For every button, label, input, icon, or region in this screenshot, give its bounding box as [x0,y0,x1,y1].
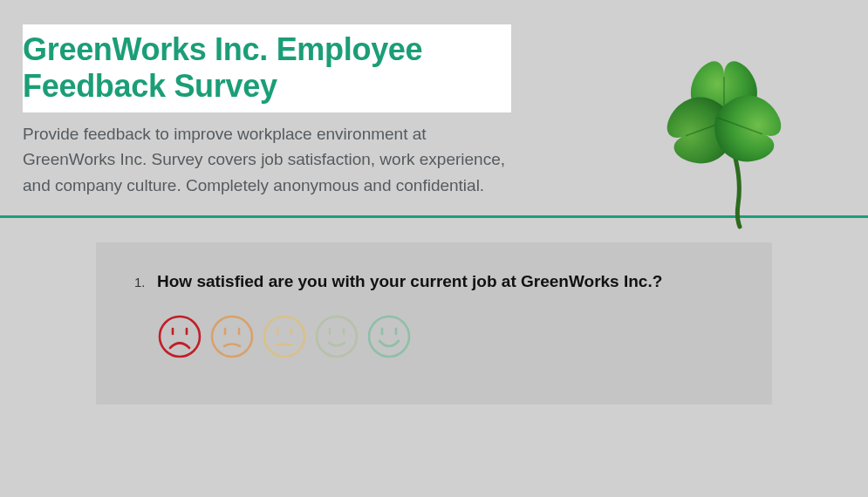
title-container: GreenWorks Inc. Employee Feedback Survey [23,24,511,112]
slight-frown-icon [209,314,255,359]
question-number: 1. [134,275,150,289]
question-text: How satisfied are you with your current … [157,272,662,291]
survey-description: Provide feedback to improve workplace en… [23,121,511,198]
survey-header: GreenWorks Inc. Employee Feedback Survey… [0,0,868,218]
svg-point-10 [317,317,357,357]
question-row: 1. How satisfied are you with your curre… [134,272,734,291]
svg-point-0 [160,317,200,357]
survey-title: GreenWorks Inc. Employee Feedback Survey [23,31,499,106]
svg-point-6 [264,317,304,357]
shamrock-icon [628,31,820,231]
slight-smile-icon [314,314,359,359]
rating-satisfied[interactable] [314,314,359,359]
svg-point-13 [369,317,409,357]
smile-icon [366,314,412,359]
rating-very-unsatisfied[interactable] [157,314,202,359]
neutral-face-icon [262,314,307,359]
svg-point-3 [212,317,252,357]
rating-very-satisfied[interactable] [366,314,412,359]
question-card: 1. How satisfied are you with your curre… [96,242,772,405]
rating-unsatisfied[interactable] [209,314,255,359]
rating-scale [157,314,734,359]
frown-icon [157,314,202,359]
rating-neutral[interactable] [262,314,307,359]
